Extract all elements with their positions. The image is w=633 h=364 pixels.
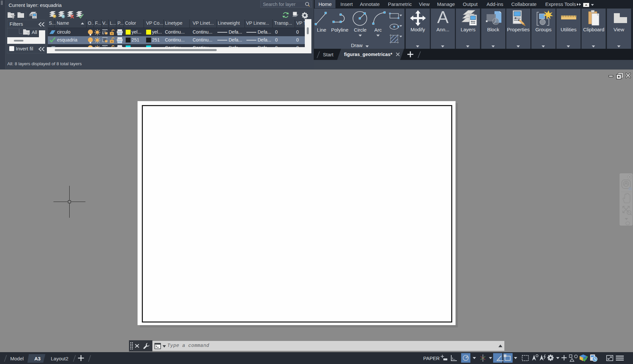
svg-text:2D: 2D: [628, 187, 632, 191]
